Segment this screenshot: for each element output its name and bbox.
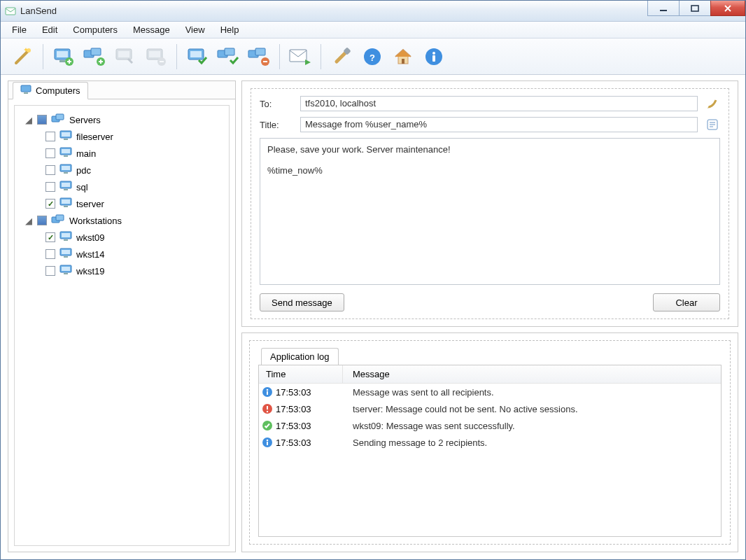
tab-computers[interactable]: Computers xyxy=(13,82,88,99)
app-window: LanSend File Edit Computers Message View… xyxy=(0,0,746,560)
about-button[interactable] xyxy=(419,42,449,71)
svg-rect-52 xyxy=(56,215,64,220)
deselect-button[interactable] xyxy=(244,42,274,71)
log-row[interactable]: 17:53:03Sending message to 2 recipients. xyxy=(259,434,721,451)
group-checkbox[interactable] xyxy=(37,216,47,225)
tab-computers-label: Computers xyxy=(36,85,80,96)
settings-button[interactable] xyxy=(327,42,356,71)
right-panel: To: tfs2010, localhost Title: Message fr… xyxy=(241,80,738,552)
svg-rect-33 xyxy=(24,92,28,94)
wizard-button[interactable] xyxy=(8,42,37,71)
svg-rect-32 xyxy=(21,85,31,92)
log-message: Sending message to 2 recipients. xyxy=(343,438,721,448)
monitor-icon xyxy=(59,164,72,177)
log-time: 17:53:03 xyxy=(276,404,343,414)
svg-text:?: ? xyxy=(370,52,375,63)
group-label: Servers xyxy=(69,115,101,125)
compose-dashed: To: tfs2010, localhost Title: Message fr… xyxy=(251,88,729,319)
menu-computers[interactable]: Computers xyxy=(66,23,125,36)
menu-message[interactable]: Message xyxy=(126,23,177,36)
item-label: tserver xyxy=(76,199,104,209)
add-computer-button[interactable] xyxy=(49,42,78,71)
compose-panel: To: tfs2010, localhost Title: Message fr… xyxy=(241,80,738,327)
svg-rect-19 xyxy=(225,48,234,55)
svg-rect-14 xyxy=(149,51,160,57)
log-row[interactable]: 17:53:03wkst09: Message was sent success… xyxy=(259,417,721,434)
log-tab-label: Application log xyxy=(270,351,330,362)
expander-icon[interactable]: ◢ xyxy=(24,115,33,124)
computers-tree[interactable]: ◢Serversfileservermainpdcsqltserver◢Work… xyxy=(14,105,230,546)
item-label: wkst09 xyxy=(76,232,104,243)
tree-item[interactable]: wkst19 xyxy=(20,262,223,279)
item-checkbox[interactable] xyxy=(45,199,55,209)
to-field[interactable]: tfs2010, localhost xyxy=(300,96,698,111)
log-header: Time Message xyxy=(259,365,721,384)
edit-computer-button[interactable] xyxy=(111,42,140,71)
tab-application-log[interactable]: Application log xyxy=(261,348,339,365)
col-time[interactable]: Time xyxy=(259,365,343,383)
svg-rect-6 xyxy=(59,60,65,62)
log-dashed: Application log Time Message 17:53:03Mes… xyxy=(249,340,731,545)
item-checkbox[interactable] xyxy=(45,182,55,192)
item-checkbox[interactable] xyxy=(45,148,55,158)
monitor-icon xyxy=(59,181,72,194)
menu-view[interactable]: View xyxy=(178,23,212,36)
menu-help[interactable]: Help xyxy=(213,23,246,36)
tree-item[interactable]: wkst14 xyxy=(20,246,223,262)
title-field[interactable]: Message from %user_name% xyxy=(300,117,698,132)
message-body[interactable]: Please, save your work. Server maintenan… xyxy=(260,138,720,285)
menu-edit[interactable]: Edit xyxy=(35,23,64,36)
clear-to-button[interactable] xyxy=(705,96,720,111)
group-label: Workstations xyxy=(69,216,122,226)
help-button[interactable]: ? xyxy=(358,42,387,71)
separator xyxy=(176,44,177,69)
svg-rect-35 xyxy=(56,114,64,120)
minimize-button[interactable] xyxy=(647,1,680,16)
maximize-button[interactable] xyxy=(679,1,711,16)
svg-rect-23 xyxy=(290,50,307,62)
log-row[interactable]: 17:53:03tserver: Message could not be se… xyxy=(259,400,721,417)
tree-item[interactable]: main xyxy=(20,145,223,162)
svg-rect-61 xyxy=(64,273,68,274)
monitor-icon xyxy=(59,265,72,278)
item-checkbox[interactable] xyxy=(45,132,55,141)
col-message[interactable]: Message xyxy=(343,365,721,383)
titlebar: LanSend xyxy=(1,1,745,22)
item-checkbox[interactable] xyxy=(45,165,55,175)
item-checkbox[interactable] xyxy=(45,232,55,242)
item-checkbox[interactable] xyxy=(45,266,55,276)
insert-variable-button[interactable] xyxy=(705,117,720,132)
group-icon xyxy=(51,113,65,127)
tree-item[interactable]: fileserver xyxy=(20,128,223,145)
tree-item[interactable]: wkst09 xyxy=(20,229,223,246)
send-label: Send message xyxy=(272,298,332,308)
svg-rect-0 xyxy=(6,8,15,15)
send-message-button[interactable]: Send message xyxy=(260,293,344,312)
select-all-button[interactable] xyxy=(183,42,212,71)
send-message-button[interactable] xyxy=(286,42,315,71)
title-label: Title: xyxy=(260,120,293,130)
menu-file[interactable]: File xyxy=(5,23,34,36)
expander-icon[interactable]: ◢ xyxy=(24,216,33,225)
log-message: wkst09: Message was sent successfully. xyxy=(343,421,721,431)
home-button[interactable] xyxy=(388,42,418,71)
svg-rect-38 xyxy=(64,139,68,140)
close-button[interactable] xyxy=(710,1,745,16)
group-icon xyxy=(51,214,65,227)
log-list: Time Message 17:53:03Message was sent to… xyxy=(258,365,722,537)
tree-item[interactable]: pdc xyxy=(20,162,223,178)
svg-rect-37 xyxy=(62,132,70,136)
log-row[interactable]: 17:53:03Message was sent to all recipien… xyxy=(259,384,721,400)
tree-item[interactable]: sql xyxy=(20,178,223,195)
tree-group[interactable]: ◢Workstations xyxy=(20,212,223,229)
tree-group[interactable]: ◢Servers xyxy=(20,111,223,128)
group-checkbox[interactable] xyxy=(37,115,47,125)
tree-item[interactable]: tserver xyxy=(20,195,223,212)
item-label: wkst14 xyxy=(76,249,104,260)
item-checkbox[interactable] xyxy=(45,249,55,259)
add-group-button[interactable] xyxy=(80,42,109,71)
remove-computer-button[interactable] xyxy=(141,42,171,71)
log-panel: Application log Time Message 17:53:03Mes… xyxy=(241,332,738,552)
clear-button[interactable]: Clear xyxy=(653,293,720,312)
select-group-button[interactable] xyxy=(213,42,243,71)
